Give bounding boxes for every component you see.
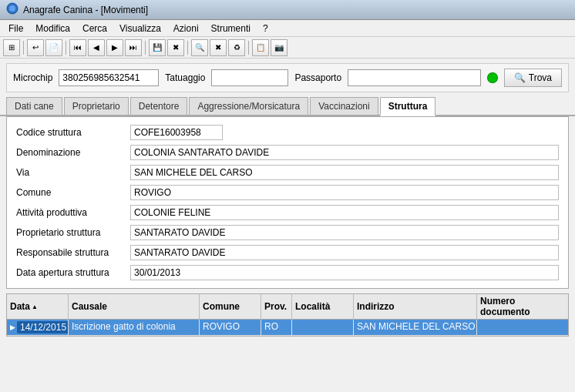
title-bar: Anagrafe Canina - [Movimenti] — [0, 0, 575, 20]
tatuaggio-input[interactable] — [211, 69, 288, 86]
table-area: Data ▲ Causale Comune Prov. Località Ind… — [6, 293, 569, 337]
tab-dati-cane[interactable]: Dati cane — [6, 97, 62, 115]
passaporto-input[interactable] — [348, 69, 481, 86]
menu-bar: File Modifica Cerca Visualizza Azioni St… — [0, 20, 575, 37]
cell-date-value: 14/12/2015 — [17, 321, 69, 333]
passaporto-label: Passaporto — [294, 72, 341, 83]
toolbar-btn-clear-filter[interactable]: ✖ — [210, 39, 227, 56]
cell-numero-documento — [477, 320, 568, 335]
label-codice-struttura: Codice struttura — [16, 125, 124, 140]
menu-visualizza[interactable]: Visualizza — [114, 21, 166, 36]
label-proprietario-struttura: Proprietario struttura — [16, 225, 124, 240]
menu-cerca[interactable]: Cerca — [77, 21, 113, 36]
sort-icon: ▲ — [32, 303, 38, 310]
label-comune: Comune — [16, 185, 124, 200]
toolbar-btn-grid[interactable]: ⊞ — [3, 39, 20, 56]
microchip-label: Microchip — [13, 72, 52, 83]
form-area: Codice struttura Denominazione Via Comun… — [6, 116, 569, 289]
tab-struttura[interactable]: Struttura — [380, 97, 436, 116]
app-icon — [6, 2, 18, 17]
tabs-container: Dati cane Proprietario Detentore Aggress… — [0, 97, 575, 116]
toolbar-btn-back[interactable]: ↩ — [27, 39, 44, 56]
input-denominazione[interactable] — [130, 145, 559, 160]
separator-3 — [145, 41, 146, 55]
separator-4 — [187, 41, 188, 55]
col-indirizzo: Indirizzo — [354, 294, 477, 319]
toolbar-btn-last[interactable]: ⏭ — [125, 39, 142, 56]
input-attivita-produttiva[interactable] — [130, 205, 559, 220]
cell-data: ▶ 14/12/2015 — [7, 320, 69, 335]
table-row[interactable]: ▶ 14/12/2015 Iscrizione gatto di colonia… — [7, 320, 568, 336]
toolbar-btn-filter[interactable]: 🔍 — [191, 39, 208, 56]
input-data-apertura[interactable] — [130, 265, 559, 280]
title-text: Anagrafe Canina - [Movimenti] — [23, 5, 148, 15]
table-header: Data ▲ Causale Comune Prov. Località Ind… — [7, 294, 568, 320]
label-responsabile-struttura: Responsabile struttura — [16, 245, 124, 260]
tab-detentore[interactable]: Detentore — [130, 97, 188, 115]
cell-comune: ROVIGO — [200, 320, 261, 335]
label-via: Via — [16, 165, 124, 180]
col-data: Data ▲ — [7, 294, 69, 319]
menu-azioni[interactable]: Azioni — [168, 21, 204, 36]
table-body: ▶ 14/12/2015 Iscrizione gatto di colonia… — [7, 320, 568, 336]
col-prov: Prov. — [261, 294, 292, 319]
input-comune[interactable] — [130, 185, 559, 200]
status-dot — [487, 72, 498, 83]
col-numero-documento: Numero documento — [477, 294, 569, 319]
toolbar-btn-prev[interactable]: ◀ — [88, 39, 105, 56]
toolbar-btn-next[interactable]: ▶ — [106, 39, 123, 56]
cell-localita — [292, 320, 354, 335]
toolbar-btn-save[interactable]: 💾 — [149, 39, 166, 56]
tab-vaccinazioni[interactable]: Vaccinazioni — [310, 97, 378, 115]
toolbar-btn-refresh[interactable]: ♻ — [228, 39, 245, 56]
separator-1 — [23, 41, 24, 55]
toolbar-btn-first[interactable]: ⏮ — [69, 39, 86, 56]
input-via[interactable] — [130, 165, 559, 180]
row-arrow: ▶ — [10, 323, 15, 331]
find-button[interactable]: 🔍 Trova — [504, 69, 562, 87]
label-denominazione: Denominazione — [16, 145, 124, 160]
separator-5 — [248, 41, 249, 55]
search-bar: Microchip Tatuaggio Passaporto 🔍 Trova — [6, 63, 569, 92]
microchip-input[interactable] — [59, 69, 159, 86]
cell-prov: RO — [261, 320, 292, 335]
cell-causale: Iscrizione gatto di colonia — [69, 320, 200, 335]
label-data-apertura: Data apertura struttura — [16, 265, 124, 280]
input-proprietario-struttura[interactable] — [130, 225, 559, 240]
tab-proprietario[interactable]: Proprietario — [64, 97, 129, 115]
toolbar-btn-print[interactable]: 📋 — [252, 39, 269, 56]
search-icon: 🔍 — [514, 72, 526, 83]
tatuaggio-label: Tatuaggio — [165, 72, 205, 83]
input-codice-struttura[interactable] — [130, 125, 223, 140]
label-attivita-produttiva: Attività produttiva — [16, 205, 124, 220]
col-localita: Località — [292, 294, 354, 319]
find-button-label: Trova — [529, 72, 552, 83]
toolbar-btn-cancel[interactable]: ✖ — [167, 39, 184, 56]
svg-point-1 — [9, 5, 15, 12]
col-comune: Comune — [200, 294, 261, 319]
menu-help[interactable]: ? — [257, 21, 274, 36]
toolbar: ⊞ ↩ 📄 ⏮ ◀ ▶ ⏭ 💾 ✖ 🔍 ✖ ♻ 📋 📷 — [0, 37, 575, 59]
toolbar-btn-doc[interactable]: 📄 — [45, 39, 62, 56]
menu-strumenti[interactable]: Strumenti — [206, 21, 256, 36]
toolbar-btn-camera[interactable]: 📷 — [271, 39, 288, 56]
cell-indirizzo: SAN MICHELE DEL CARSO — [354, 320, 477, 335]
tab-aggressione[interactable]: Aggressione/Morsicatura — [189, 97, 308, 115]
col-causale: Causale — [69, 294, 200, 319]
separator-2 — [66, 41, 66, 55]
input-responsabile-struttura[interactable] — [130, 245, 559, 260]
menu-file[interactable]: File — [3, 21, 29, 36]
menu-modifica[interactable]: Modifica — [30, 21, 76, 36]
